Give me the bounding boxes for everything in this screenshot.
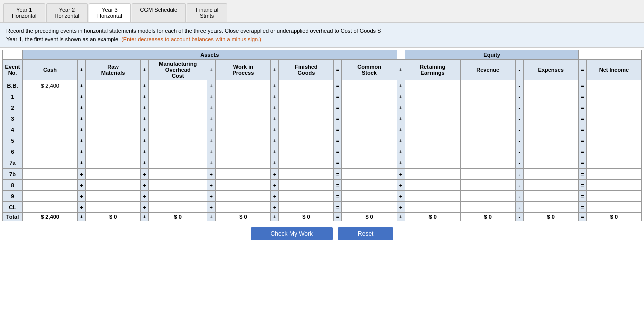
net-income-input[interactable] [589, 94, 639, 100]
net-income-cell[interactable] [586, 102, 641, 113]
retained-earnings-input[interactable] [407, 182, 458, 188]
mfg-overhead-cell[interactable] [149, 102, 207, 113]
cash-input[interactable] [25, 94, 75, 100]
cash-input[interactable] [25, 160, 75, 166]
cash-input[interactable] [25, 116, 75, 122]
revenue-input[interactable] [463, 149, 513, 155]
raw-materials-input[interactable] [88, 149, 138, 155]
common-stock-input[interactable] [344, 160, 394, 166]
retained-earnings-cell[interactable] [405, 146, 460, 157]
work-process-cell[interactable] [216, 135, 271, 146]
common-stock-cell[interactable] [342, 157, 397, 169]
raw-materials-input[interactable] [88, 193, 138, 199]
finished-goods-input[interactable] [281, 160, 331, 166]
raw-materials-input[interactable] [88, 204, 138, 210]
net-income-cell[interactable] [586, 202, 641, 213]
tab-year1[interactable]: Year 1Horizontal [3, 3, 45, 22]
finished-goods-cell[interactable] [279, 180, 334, 191]
net-income-cell[interactable] [586, 146, 641, 157]
expenses-input[interactable] [526, 94, 576, 100]
work-process-cell[interactable] [216, 124, 271, 135]
mfg-overhead-cell[interactable] [149, 113, 207, 124]
raw-materials-input[interactable] [88, 160, 138, 166]
finished-goods-input[interactable] [281, 116, 331, 122]
expenses-cell[interactable] [523, 191, 578, 202]
cash-cell[interactable] [23, 113, 78, 124]
expenses-input[interactable] [526, 105, 576, 111]
net-income-input[interactable] [589, 204, 639, 210]
net-income-cell[interactable] [586, 124, 641, 135]
raw-materials-cell[interactable] [86, 102, 141, 113]
retained-earnings-input[interactable] [407, 138, 458, 144]
common-stock-input[interactable] [344, 138, 394, 144]
net-income-input[interactable] [589, 182, 639, 188]
work-process-input[interactable] [218, 94, 268, 100]
cash-input[interactable] [25, 171, 75, 177]
mfg-overhead-input[interactable] [151, 149, 205, 155]
cash-input[interactable] [25, 193, 75, 199]
raw-materials-cell[interactable] [86, 180, 141, 191]
raw-materials-cell[interactable] [86, 113, 141, 124]
expenses-cell[interactable] [523, 113, 578, 124]
common-stock-input[interactable] [344, 116, 394, 122]
cash-cell[interactable] [23, 202, 78, 213]
common-stock-input[interactable] [344, 171, 394, 177]
net-income-cell[interactable] [586, 113, 641, 124]
revenue-cell[interactable] [460, 80, 515, 91]
common-stock-input[interactable] [344, 149, 394, 155]
common-stock-cell[interactable] [342, 135, 397, 146]
mfg-overhead-cell[interactable] [149, 135, 207, 146]
mfg-overhead-cell[interactable] [149, 191, 207, 202]
raw-materials-input[interactable] [88, 105, 138, 111]
work-process-input[interactable] [218, 127, 268, 133]
retained-earnings-cell[interactable] [405, 202, 460, 213]
revenue-cell[interactable] [460, 146, 515, 157]
common-stock-cell[interactable] [342, 202, 397, 213]
expenses-input[interactable] [526, 160, 576, 166]
finished-goods-input[interactable] [281, 105, 331, 111]
raw-materials-cell[interactable] [86, 202, 141, 213]
common-stock-cell[interactable] [342, 146, 397, 157]
common-stock-input[interactable] [344, 83, 394, 89]
revenue-cell[interactable] [460, 202, 515, 213]
cash-cell[interactable] [23, 102, 78, 113]
net-income-cell[interactable] [586, 135, 641, 146]
finished-goods-input[interactable] [281, 127, 331, 133]
work-process-cell[interactable] [216, 202, 271, 213]
common-stock-input[interactable] [344, 182, 394, 188]
finished-goods-input[interactable] [281, 182, 331, 188]
revenue-cell[interactable] [460, 191, 515, 202]
expenses-input[interactable] [526, 171, 576, 177]
finished-goods-cell[interactable] [279, 157, 334, 169]
net-income-cell[interactable] [586, 180, 641, 191]
mfg-overhead-input[interactable] [151, 193, 205, 199]
retained-earnings-input[interactable] [407, 171, 458, 177]
net-income-input[interactable] [589, 127, 639, 133]
raw-materials-input[interactable] [88, 116, 138, 122]
revenue-input[interactable] [463, 116, 513, 122]
mfg-overhead-input[interactable] [151, 83, 205, 89]
revenue-input[interactable] [463, 160, 513, 166]
revenue-input[interactable] [463, 171, 513, 177]
revenue-input[interactable] [463, 182, 513, 188]
retained-earnings-cell[interactable] [405, 191, 460, 202]
finished-goods-input[interactable] [281, 193, 331, 199]
expenses-cell[interactable] [523, 135, 578, 146]
expenses-input[interactable] [526, 149, 576, 155]
expenses-input[interactable] [526, 182, 576, 188]
mfg-overhead-input[interactable] [151, 160, 205, 166]
common-stock-input[interactable] [344, 94, 394, 100]
retained-earnings-cell[interactable] [405, 113, 460, 124]
mfg-overhead-cell[interactable] [149, 157, 207, 169]
mfg-overhead-input[interactable] [151, 204, 205, 210]
retained-earnings-input[interactable] [407, 204, 458, 210]
reset-button[interactable]: Reset [338, 227, 393, 240]
tab-year2[interactable]: Year 2Horizontal [46, 3, 88, 22]
retained-earnings-input[interactable] [407, 94, 458, 100]
net-income-cell[interactable] [586, 157, 641, 169]
raw-materials-cell[interactable] [86, 91, 141, 102]
revenue-input[interactable] [463, 193, 513, 199]
cash-input[interactable] [25, 138, 75, 144]
finished-goods-input[interactable] [281, 171, 331, 177]
revenue-cell[interactable] [460, 91, 515, 102]
